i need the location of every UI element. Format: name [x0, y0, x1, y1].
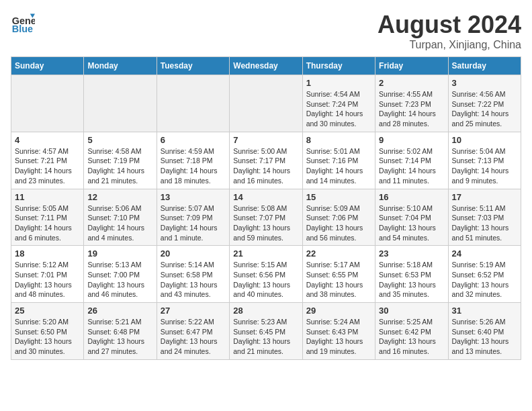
calendar-cell: 10Sunrise: 5:04 AM Sunset: 7:13 PM Dayli… — [448, 132, 521, 189]
day-number: 27 — [161, 306, 226, 316]
day-number: 12 — [87, 192, 152, 202]
calendar-cell — [157, 75, 229, 132]
week-row-2: 4Sunrise: 4:57 AM Sunset: 7:21 PM Daylig… — [11, 132, 521, 189]
day-number: 8 — [306, 135, 371, 145]
logo-icon: General Blue — [11, 11, 35, 35]
day-number: 25 — [15, 306, 80, 316]
calendar-table: SundayMondayTuesdayWednesdayThursdayFrid… — [11, 56, 521, 360]
day-info: Sunrise: 5:15 AM Sunset: 6:56 PM Dayligh… — [233, 260, 298, 300]
calendar-cell: 31Sunrise: 5:26 AM Sunset: 6:40 PM Dayli… — [448, 303, 521, 360]
day-number: 6 — [161, 135, 226, 145]
calendar-cell: 26Sunrise: 5:21 AM Sunset: 6:48 PM Dayli… — [84, 303, 157, 360]
calendar-cell: 8Sunrise: 5:01 AM Sunset: 7:16 PM Daylig… — [302, 132, 375, 189]
calendar-cell: 24Sunrise: 5:19 AM Sunset: 6:52 PM Dayli… — [448, 246, 521, 303]
day-number: 10 — [452, 135, 517, 145]
calendar-cell: 13Sunrise: 5:07 AM Sunset: 7:09 PM Dayli… — [157, 189, 229, 246]
calendar-cell: 17Sunrise: 5:11 AM Sunset: 7:03 PM Dayli… — [448, 189, 521, 246]
day-info: Sunrise: 5:07 AM Sunset: 7:09 PM Dayligh… — [161, 203, 226, 243]
day-number: 22 — [306, 248, 371, 259]
day-info: Sunrise: 5:00 AM Sunset: 7:17 PM Dayligh… — [233, 146, 298, 186]
page-header: General Blue August 2024 Turpan, Xinjian… — [11, 11, 521, 51]
day-info: Sunrise: 4:59 AM Sunset: 7:18 PM Dayligh… — [161, 146, 226, 186]
weekday-header-row: SundayMondayTuesdayWednesdayThursdayFrid… — [11, 57, 521, 75]
day-info: Sunrise: 5:19 AM Sunset: 6:52 PM Dayligh… — [452, 260, 517, 300]
day-number: 5 — [87, 135, 152, 145]
day-info: Sunrise: 5:12 AM Sunset: 7:01 PM Dayligh… — [15, 260, 80, 300]
day-info: Sunrise: 5:09 AM Sunset: 7:06 PM Dayligh… — [306, 203, 371, 243]
location-title: Turpan, Xinjiang, China — [378, 39, 521, 51]
calendar-cell — [84, 75, 157, 132]
day-number: 18 — [15, 248, 80, 259]
day-info: Sunrise: 5:05 AM Sunset: 7:11 PM Dayligh… — [15, 203, 80, 243]
day-info: Sunrise: 5:08 AM Sunset: 7:07 PM Dayligh… — [233, 203, 298, 243]
day-number: 23 — [379, 248, 444, 259]
week-row-4: 18Sunrise: 5:12 AM Sunset: 7:01 PM Dayli… — [11, 246, 521, 303]
day-number: 31 — [452, 306, 517, 316]
day-info: Sunrise: 5:14 AM Sunset: 6:58 PM Dayligh… — [161, 260, 226, 300]
day-number: 28 — [233, 306, 298, 316]
calendar-cell: 27Sunrise: 5:22 AM Sunset: 6:47 PM Dayli… — [157, 303, 229, 360]
day-number: 16 — [379, 192, 444, 202]
day-info: Sunrise: 5:02 AM Sunset: 7:14 PM Dayligh… — [379, 146, 444, 186]
day-info: Sunrise: 5:21 AM Sunset: 6:48 PM Dayligh… — [87, 317, 152, 357]
calendar-cell — [230, 75, 302, 132]
day-info: Sunrise: 5:24 AM Sunset: 6:43 PM Dayligh… — [306, 317, 371, 357]
day-number: 13 — [161, 192, 226, 202]
day-number: 20 — [161, 248, 226, 259]
weekday-header-tuesday: Tuesday — [157, 57, 229, 75]
day-number: 1 — [306, 78, 371, 88]
weekday-header-thursday: Thursday — [302, 57, 375, 75]
calendar-cell: 12Sunrise: 5:06 AM Sunset: 7:10 PM Dayli… — [84, 189, 157, 246]
day-number: 19 — [87, 248, 152, 259]
day-info: Sunrise: 4:57 AM Sunset: 7:21 PM Dayligh… — [15, 146, 80, 186]
calendar-cell: 30Sunrise: 5:25 AM Sunset: 6:42 PM Dayli… — [375, 303, 448, 360]
day-number: 24 — [452, 248, 517, 259]
week-row-3: 11Sunrise: 5:05 AM Sunset: 7:11 PM Dayli… — [11, 189, 521, 246]
calendar-cell: 23Sunrise: 5:18 AM Sunset: 6:53 PM Dayli… — [375, 246, 448, 303]
weekday-header-saturday: Saturday — [448, 57, 521, 75]
calendar-cell: 4Sunrise: 4:57 AM Sunset: 7:21 PM Daylig… — [11, 132, 84, 189]
calendar-cell: 9Sunrise: 5:02 AM Sunset: 7:14 PM Daylig… — [375, 132, 448, 189]
day-info: Sunrise: 5:01 AM Sunset: 7:16 PM Dayligh… — [306, 146, 371, 186]
svg-text:Blue: Blue — [12, 24, 33, 34]
day-info: Sunrise: 4:54 AM Sunset: 7:24 PM Dayligh… — [306, 89, 371, 129]
day-info: Sunrise: 5:18 AM Sunset: 6:53 PM Dayligh… — [379, 260, 444, 300]
day-number: 30 — [379, 306, 444, 316]
weekday-header-friday: Friday — [375, 57, 448, 75]
month-title: August 2024 — [378, 11, 521, 39]
calendar-cell: 2Sunrise: 4:55 AM Sunset: 7:23 PM Daylig… — [375, 75, 448, 132]
day-info: Sunrise: 5:26 AM Sunset: 6:40 PM Dayligh… — [452, 317, 517, 357]
week-row-5: 25Sunrise: 5:20 AM Sunset: 6:50 PM Dayli… — [11, 303, 521, 360]
day-number: 4 — [15, 135, 80, 145]
day-number: 17 — [452, 192, 517, 202]
day-info: Sunrise: 5:22 AM Sunset: 6:47 PM Dayligh… — [161, 317, 226, 357]
logo: General Blue — [11, 11, 35, 35]
weekday-header-wednesday: Wednesday — [230, 57, 302, 75]
calendar-cell: 14Sunrise: 5:08 AM Sunset: 7:07 PM Dayli… — [230, 189, 302, 246]
calendar-cell: 16Sunrise: 5:10 AM Sunset: 7:04 PM Dayli… — [375, 189, 448, 246]
title-area: August 2024 Turpan, Xinjiang, China — [378, 11, 521, 51]
day-number: 26 — [87, 306, 152, 316]
day-info: Sunrise: 5:17 AM Sunset: 6:55 PM Dayligh… — [306, 260, 371, 300]
day-info: Sunrise: 4:58 AM Sunset: 7:19 PM Dayligh… — [87, 146, 152, 186]
calendar-cell: 11Sunrise: 5:05 AM Sunset: 7:11 PM Dayli… — [11, 189, 84, 246]
calendar-cell: 21Sunrise: 5:15 AM Sunset: 6:56 PM Dayli… — [230, 246, 302, 303]
day-info: Sunrise: 5:11 AM Sunset: 7:03 PM Dayligh… — [452, 203, 517, 243]
day-number: 9 — [379, 135, 444, 145]
week-row-1: 1Sunrise: 4:54 AM Sunset: 7:24 PM Daylig… — [11, 75, 521, 132]
day-number: 11 — [15, 192, 80, 202]
day-info: Sunrise: 5:20 AM Sunset: 6:50 PM Dayligh… — [15, 317, 80, 357]
calendar-cell: 6Sunrise: 4:59 AM Sunset: 7:18 PM Daylig… — [157, 132, 229, 189]
calendar-cell: 1Sunrise: 4:54 AM Sunset: 7:24 PM Daylig… — [302, 75, 375, 132]
calendar-cell: 25Sunrise: 5:20 AM Sunset: 6:50 PM Dayli… — [11, 303, 84, 360]
day-info: Sunrise: 5:06 AM Sunset: 7:10 PM Dayligh… — [87, 203, 152, 243]
weekday-header-sunday: Sunday — [11, 57, 84, 75]
day-info: Sunrise: 5:04 AM Sunset: 7:13 PM Dayligh… — [452, 146, 517, 186]
calendar-cell: 7Sunrise: 5:00 AM Sunset: 7:17 PM Daylig… — [230, 132, 302, 189]
day-info: Sunrise: 4:55 AM Sunset: 7:23 PM Dayligh… — [379, 89, 444, 129]
day-number: 7 — [233, 135, 298, 145]
day-number: 2 — [379, 78, 444, 88]
day-info: Sunrise: 5:10 AM Sunset: 7:04 PM Dayligh… — [379, 203, 444, 243]
calendar-cell: 19Sunrise: 5:13 AM Sunset: 7:00 PM Dayli… — [84, 246, 157, 303]
day-number: 21 — [233, 248, 298, 259]
